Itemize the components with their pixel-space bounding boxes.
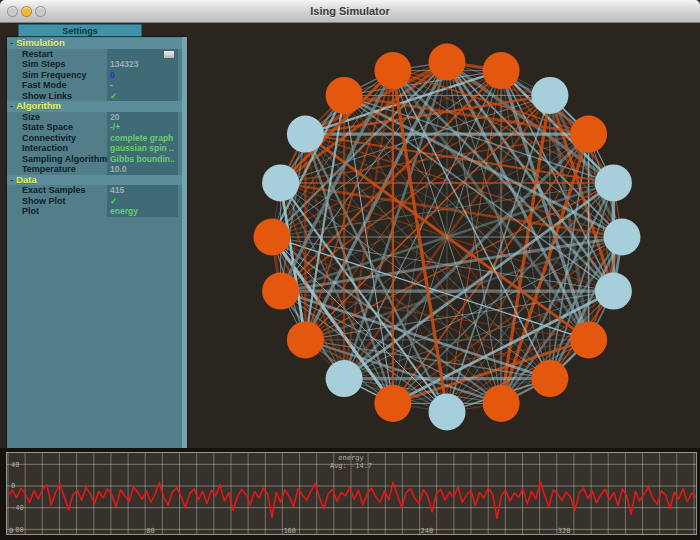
setting-value-field[interactable]: ✓: [107, 91, 178, 102]
setting-row-exact-samples: Exact Samples415: [7, 185, 182, 196]
setting-value: 20: [110, 112, 119, 122]
graph-node-blue[interactable]: [262, 164, 299, 201]
setting-label: Show Links: [22, 91, 72, 102]
collapse-icon[interactable]: -: [10, 101, 13, 111]
setting-row-interaction: Interactiongaussian spin ..: [7, 143, 182, 154]
plot-average-label: Avg: -14.7: [330, 462, 372, 470]
section-header-algorithm[interactable]: -Algorithm: [7, 101, 182, 112]
setting-value: 0: [110, 70, 115, 80]
graph-node-orange[interactable]: [287, 321, 324, 358]
setting-label: Temperature: [22, 164, 76, 175]
setting-label: Size: [22, 112, 40, 123]
graph-node-orange[interactable]: [429, 44, 466, 81]
checkmark-icon: ✓: [110, 196, 117, 206]
setting-label: State Space: [22, 122, 73, 133]
section-header-simulation[interactable]: -Simulation: [7, 38, 182, 49]
graph-node-orange[interactable]: [531, 360, 568, 397]
setting-value: 415: [110, 185, 124, 195]
graph-node-blue[interactable]: [429, 394, 466, 431]
setting-row-sim-frequency: Sim Frequency0: [7, 70, 182, 81]
setting-value-field[interactable]: 0: [107, 70, 178, 81]
settings-panel-title: Settings: [18, 24, 142, 37]
graph-node-blue[interactable]: [326, 360, 363, 397]
setting-value: -/+: [110, 122, 120, 132]
setting-value-field[interactable]: energy: [107, 206, 178, 217]
x-tick-label: 320: [558, 527, 571, 535]
plot-band: 400-40-80080160240320energyAvg: -14.7: [0, 448, 700, 540]
settings-panel-body: -SimulationRestartSim Steps134323Sim Fre…: [7, 37, 187, 448]
graph-node-blue[interactable]: [595, 164, 632, 201]
setting-label: Connectivity: [22, 133, 76, 144]
setting-value: Gibbs boundin..: [110, 154, 175, 164]
setting-value-field[interactable]: 134323: [107, 59, 178, 70]
setting-value: -: [110, 80, 113, 90]
setting-row-state-space: State Space-/+: [7, 122, 182, 133]
graph-node-orange[interactable]: [254, 219, 291, 256]
x-tick-label: 80: [146, 527, 154, 535]
setting-value: gaussian spin ..: [110, 143, 174, 153]
graph-node-orange[interactable]: [262, 273, 299, 310]
graph-node-orange[interactable]: [570, 321, 607, 358]
x-tick-label: 160: [283, 527, 296, 535]
panel-scrollbar[interactable]: [182, 37, 187, 448]
setting-value-field[interactable]: 20: [107, 112, 178, 123]
setting-label: Sampling Algorithm: [22, 154, 107, 165]
setting-label: Sim Frequency: [22, 70, 87, 81]
setting-row-show-links: Show Links✓: [7, 91, 182, 102]
setting-value: 134323: [110, 59, 138, 69]
graph-node-orange[interactable]: [483, 385, 520, 422]
x-tick-label: 0: [9, 527, 13, 535]
setting-row-restart: Restart: [7, 49, 182, 60]
x-tick-label: 240: [421, 527, 434, 535]
setting-label: Interaction: [22, 143, 68, 154]
section-label: Algorithm: [16, 101, 61, 111]
restart-button[interactable]: [163, 50, 175, 59]
setting-value-field[interactable]: ✓: [107, 196, 178, 207]
setting-row-size: Size20: [7, 112, 182, 123]
setting-value-field[interactable]: -: [107, 80, 178, 91]
setting-label: Restart: [22, 49, 53, 60]
graph-node-blue[interactable]: [604, 219, 641, 256]
setting-row-sampling-algorithm: Sampling AlgorithmGibbs boundin..: [7, 154, 182, 165]
section-header-data[interactable]: -Data: [7, 175, 182, 186]
setting-value-field[interactable]: [107, 49, 178, 60]
y-tick-label: -40: [11, 504, 24, 512]
setting-label: Exact Samples: [22, 185, 86, 196]
graph-node-orange[interactable]: [374, 385, 411, 422]
setting-label: Plot: [22, 206, 39, 217]
y-tick-label: 40: [11, 461, 19, 469]
checkmark-icon: ✓: [110, 91, 117, 101]
setting-label: Fast Mode: [22, 80, 67, 91]
setting-value-field[interactable]: complete graph: [107, 133, 178, 144]
setting-row-temperature: Temperature10.0: [7, 164, 182, 175]
setting-label: Show Plot: [22, 196, 66, 207]
ising-simulator-window: Ising Simulator Settings -SimulationRest…: [0, 0, 700, 540]
setting-value-field[interactable]: 10.0: [107, 164, 178, 175]
setting-value-field[interactable]: -/+: [107, 122, 178, 133]
graph-node-blue[interactable]: [287, 116, 324, 153]
energy-plot: 400-40-80080160240320energyAvg: -14.7: [6, 452, 697, 535]
setting-value: 10.0: [110, 164, 127, 174]
graph-node-orange[interactable]: [483, 52, 520, 89]
setting-value-field[interactable]: gaussian spin ..: [107, 143, 178, 154]
setting-value: complete graph: [110, 133, 173, 143]
setting-value-field[interactable]: Gibbs boundin..: [107, 154, 178, 165]
setting-row-fast-mode: Fast Mode-: [7, 80, 182, 91]
section-label: Data: [16, 175, 37, 185]
collapse-icon[interactable]: -: [10, 38, 13, 48]
setting-value-field[interactable]: 415: [107, 185, 178, 196]
setting-value: energy: [110, 206, 138, 216]
graph-node-blue[interactable]: [531, 77, 568, 114]
y-tick-label: 0: [11, 482, 15, 490]
setting-row-connectivity: Connectivitycomplete graph: [7, 133, 182, 144]
settings-panel: Settings -SimulationRestartSim Steps1343…: [7, 24, 187, 448]
setting-row-sim-steps: Sim Steps134323: [7, 59, 182, 70]
section-label: Simulation: [16, 38, 65, 48]
graph-node-orange[interactable]: [326, 77, 363, 114]
setting-row-plot: Plotenergy: [7, 206, 182, 217]
collapse-icon[interactable]: -: [10, 175, 13, 185]
graph-node-blue[interactable]: [595, 273, 632, 310]
setting-row-show-plot: Show Plot✓: [7, 196, 182, 207]
graph-node-orange[interactable]: [570, 116, 607, 153]
graph-node-orange[interactable]: [374, 52, 411, 89]
